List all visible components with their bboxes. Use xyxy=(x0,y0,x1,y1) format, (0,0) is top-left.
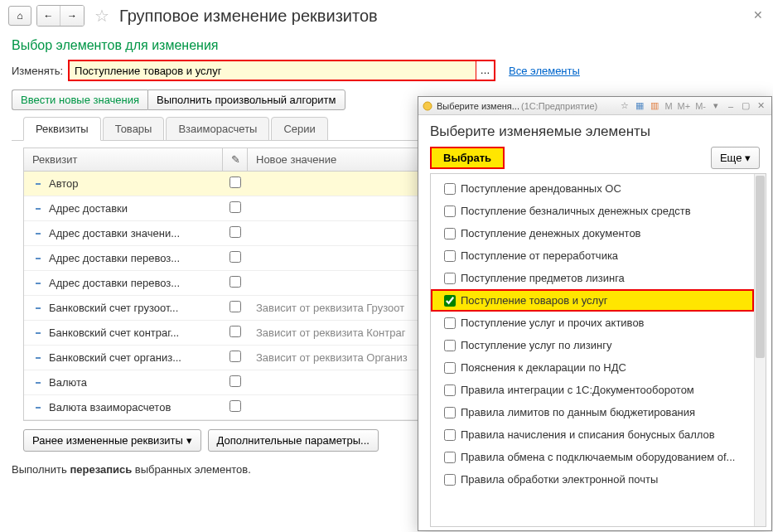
previously-changed-button[interactable]: Ранее измененные реквизиты ▾ xyxy=(23,429,201,452)
list-item[interactable]: Поступление денежных документов xyxy=(431,222,754,244)
change-input[interactable] xyxy=(70,61,476,80)
mode-enter-values[interactable]: Ввести новые значения xyxy=(12,89,147,110)
list-item-checkbox[interactable] xyxy=(444,362,456,374)
list-item-checkbox[interactable] xyxy=(444,384,456,396)
nav-group: ← → xyxy=(36,5,85,27)
row-checkbox[interactable] xyxy=(229,251,241,263)
footer-prefix: Выполнить xyxy=(12,463,70,476)
close-icon[interactable]: ✕ xyxy=(753,8,763,22)
row-checkbox-cell xyxy=(223,226,248,240)
m-plus-button[interactable]: M+ xyxy=(675,101,693,111)
list-item[interactable]: Поступление от переработчика xyxy=(431,244,754,267)
list-item-checkbox[interactable] xyxy=(444,340,456,351)
dash-icon xyxy=(36,258,41,259)
calendar-icon[interactable]: ▥ xyxy=(647,99,662,114)
all-elements-link[interactable]: Все элементы xyxy=(509,65,580,77)
list-item-label: Поступление арендованных ОС xyxy=(461,182,621,195)
row-checkbox[interactable] xyxy=(229,375,241,387)
scroll-thumb[interactable] xyxy=(756,176,765,358)
list-item-checkbox[interactable] xyxy=(444,228,456,239)
list-item[interactable]: Поступление услуг по лизингу xyxy=(431,334,754,356)
row-name: Валюта xyxy=(24,376,223,389)
list-item[interactable]: Правила обработки электронной почты xyxy=(431,468,754,491)
list-item-label: Поступление предметов лизинга xyxy=(461,272,625,284)
list-item-checkbox[interactable] xyxy=(444,317,456,329)
list-item[interactable]: Поступление предметов лизинга xyxy=(431,267,754,289)
scrollbar[interactable]: ▲ xyxy=(754,174,766,526)
list-item[interactable]: Правила интеграции с 1С:Документооборото… xyxy=(431,379,754,401)
list-item[interactable]: Поступление арендованных ОС xyxy=(431,177,754,200)
list-item-label: Правила лимитов по данным бюджетирования xyxy=(461,406,695,418)
popup-minimize-icon[interactable]: – xyxy=(723,99,738,114)
list-item-label: Правила начисления и списания бонусных б… xyxy=(461,428,715,441)
popup-close-icon[interactable]: ✕ xyxy=(753,99,768,114)
row-checkbox[interactable] xyxy=(229,226,241,238)
change-row: Изменять: … Все элементы xyxy=(0,58,773,89)
tab-goods[interactable]: Товары xyxy=(103,117,165,141)
additional-params-button[interactable]: Дополнительные параметры... xyxy=(208,429,379,452)
row-checkbox[interactable] xyxy=(229,201,241,213)
dash-icon xyxy=(36,357,41,359)
popup-menu-icon[interactable]: ▾ xyxy=(708,99,723,114)
list-item-label: Поступление от переработчика xyxy=(461,249,618,262)
footer-suffix: выбранных элементов. xyxy=(132,463,251,476)
more-button[interactable]: Еще ▾ xyxy=(711,147,760,169)
list-item[interactable]: Поступление товаров и услуг xyxy=(431,289,754,312)
calc-icon[interactable]: ▦ xyxy=(632,99,647,114)
list-item-checkbox[interactable] xyxy=(444,407,456,418)
list-item-label: Поступление безналичных денежных средств xyxy=(461,205,691,217)
list-item[interactable]: Правила начисления и списания бонусных б… xyxy=(431,423,754,446)
row-name: Адрес доставки значени... xyxy=(24,227,223,239)
row-checkbox[interactable] xyxy=(229,326,241,337)
list-item[interactable]: Поступление услуг и прочих активов xyxy=(431,312,754,334)
tab-settlements[interactable]: Взаиморасчеты xyxy=(166,117,269,141)
row-checkbox-cell xyxy=(223,201,248,215)
list-item-checkbox[interactable] xyxy=(444,429,456,441)
change-ellipsis-button[interactable]: … xyxy=(476,61,494,80)
m-minus-button[interactable]: M- xyxy=(693,101,708,111)
list-item-label: Поступление товаров и услуг xyxy=(461,294,607,307)
popup-heading: Выберите изменяемые элементы xyxy=(418,115,771,147)
list-item-checkbox[interactable] xyxy=(444,206,456,217)
home-button[interactable]: ⌂ xyxy=(8,6,31,26)
row-checkbox-cell xyxy=(223,375,248,389)
popup-toolbar: Выбрать Еще ▾ xyxy=(418,147,771,176)
m-button[interactable]: M xyxy=(662,101,674,111)
row-checkbox[interactable] xyxy=(229,400,241,412)
list-item[interactable]: Поступление безналичных денежных средств xyxy=(431,200,754,222)
dash-icon xyxy=(36,407,41,409)
page-title: Групповое изменение реквизитов xyxy=(119,7,378,26)
col-header-edit[interactable]: ✎ xyxy=(223,148,248,171)
list-item-checkbox[interactable] xyxy=(444,452,456,463)
tab-requisites[interactable]: Реквизиты xyxy=(23,117,101,141)
row-checkbox-cell xyxy=(223,400,248,414)
list-item[interactable]: Правила лимитов по данным бюджетирования xyxy=(431,401,754,423)
list-item[interactable]: Правила обмена с подключаемым оборудован… xyxy=(431,446,754,468)
row-checkbox[interactable] xyxy=(229,276,241,288)
list-item-checkbox[interactable] xyxy=(444,273,456,284)
popup-maximize-icon[interactable]: ▢ xyxy=(738,99,753,114)
list-item[interactable]: Пояснения к декларации по НДС xyxy=(431,356,754,379)
select-button[interactable]: Выбрать xyxy=(430,147,505,169)
row-checkbox-cell xyxy=(223,326,248,340)
select-elements-popup: Выберите изменя... (1С:Предприятие) ☆ ▦ … xyxy=(418,96,772,531)
row-checkbox[interactable] xyxy=(229,351,241,362)
row-checkbox[interactable] xyxy=(229,301,241,312)
list-item-checkbox[interactable] xyxy=(444,183,456,195)
mode-arbitrary-algo[interactable]: Выполнить произвольный алгоритм xyxy=(147,89,345,110)
row-checkbox[interactable] xyxy=(229,177,241,188)
back-button[interactable]: ← xyxy=(37,6,60,26)
popup-titlebar[interactable]: Выберите изменя... (1С:Предприятие) ☆ ▦ … xyxy=(418,97,771,115)
list-item-checkbox[interactable] xyxy=(444,474,456,486)
row-name: Банковский счет организ... xyxy=(24,351,223,364)
tab-series[interactable]: Серии xyxy=(271,117,327,141)
row-checkbox-cell xyxy=(223,177,248,191)
col-header-name[interactable]: Реквизит xyxy=(24,148,223,171)
list-item-checkbox[interactable] xyxy=(444,295,456,307)
row-name: Адрес доставки перевоз... xyxy=(24,277,223,289)
forward-button[interactable]: → xyxy=(60,6,84,26)
section-title: Выбор элементов для изменения xyxy=(0,31,773,58)
favorite-star-icon[interactable]: ☆ xyxy=(89,6,114,26)
favorite-icon[interactable]: ☆ xyxy=(617,99,632,114)
list-item-checkbox[interactable] xyxy=(444,250,456,262)
